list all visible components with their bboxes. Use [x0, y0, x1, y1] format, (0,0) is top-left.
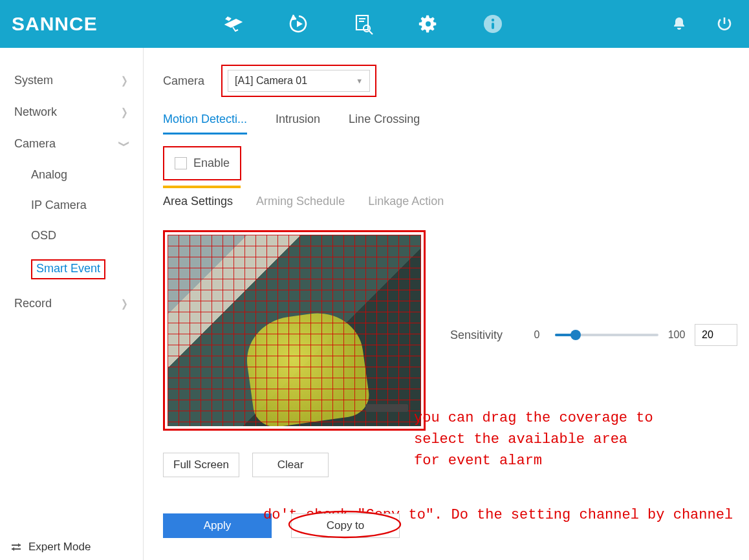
event-tabs: Motion Detecti... Intrusion Line Crossin… [163, 113, 749, 135]
sidebar-item-label: Analog [31, 168, 67, 181]
tab-linkage-action[interactable]: Linkage Action [368, 195, 444, 208]
sidebar-item-label: System [14, 74, 53, 87]
motion-area-canvas[interactable] [168, 235, 421, 426]
sidebar-item-label: IP Camera [31, 199, 87, 211]
button-label: Copy to [327, 519, 365, 532]
annotation-highlight: [A1] Camera 01 ▼ [221, 65, 376, 97]
tab-line-crossing[interactable]: Line Crossing [349, 113, 420, 135]
tab-label: Intrusion [276, 113, 320, 125]
settings-icon[interactable] [417, 12, 440, 36]
tab-area-settings[interactable]: Area Settings [163, 195, 233, 208]
content: Camera [A1] Camera 01 ▼ Motion Detecti..… [144, 48, 749, 560]
annotation-highlight: Smart Event [31, 259, 105, 279]
button-label: Full Screen [173, 458, 229, 471]
sub-tabs: Area Settings Arming Schedule Linkage Ac… [163, 195, 749, 208]
playback-icon[interactable] [287, 12, 310, 36]
brand-logo: SANNCE [12, 12, 109, 36]
svg-point-1 [364, 25, 370, 32]
search-file-icon[interactable] [352, 12, 375, 36]
svg-marker-6 [18, 543, 21, 547]
sensitivity-min: 0 [528, 329, 546, 341]
annotation-text: you can drag the coverage to select the … [414, 407, 660, 471]
topbar-right [668, 12, 736, 36]
button-label: Clear [277, 458, 304, 471]
annotation-highlight: Enable [163, 146, 241, 180]
video-osd-marker [365, 404, 408, 412]
sidebar-item-smart-event[interactable]: Smart Event [0, 251, 143, 288]
sidebar-item-label: Network [14, 105, 57, 119]
enable-checkbox[interactable] [175, 157, 187, 169]
chevron-right-icon: ❯ [121, 106, 127, 118]
copy-to-button[interactable]: Copy to [291, 513, 400, 538]
tab-label: Line Crossing [349, 113, 420, 125]
tab-intrusion[interactable]: Intrusion [276, 113, 320, 135]
tab-label: Motion Detecti... [163, 113, 247, 125]
annotation-highlight [163, 230, 426, 431]
sidebar-item-record[interactable]: Record ❯ [0, 288, 143, 319]
active-tab-underline [163, 186, 241, 188]
sensitivity-slider[interactable] [555, 333, 658, 337]
enable-label: Enable [193, 156, 230, 170]
sidebar: System ❯ Network ❯ Camera ❯ Analog IP Ca… [0, 48, 144, 560]
sidebar-item-label: Camera [14, 137, 56, 151]
svg-point-4 [492, 19, 494, 21]
sensitivity-input[interactable] [695, 324, 737, 346]
button-label: Apply [204, 519, 232, 532]
sensitivity-label: Sensitivity [450, 328, 508, 342]
chevron-down-icon: ❯ [118, 140, 131, 147]
topbar: SANNCE [0, 0, 749, 48]
sidebar-item-label: OSD [31, 229, 56, 242]
sidebar-item-system[interactable]: System ❯ [0, 65, 143, 96]
svg-rect-5 [492, 23, 494, 29]
svg-point-2 [426, 21, 431, 27]
tab-label: Linkage Action [368, 195, 444, 208]
camera-label: Camera [163, 74, 204, 88]
expert-mode-label: Expert Mode [28, 541, 91, 554]
motion-grid-overlay [168, 235, 421, 426]
tab-arming-schedule[interactable]: Arming Schedule [256, 195, 345, 208]
live-view-icon[interactable] [223, 12, 246, 36]
chevron-right-icon: ❯ [121, 74, 127, 87]
sidebar-item-ip-camera[interactable]: IP Camera [0, 190, 143, 221]
camera-select[interactable]: [A1] Camera 01 ▼ [228, 70, 370, 92]
sidebar-item-analog[interactable]: Analog [0, 160, 143, 190]
expert-mode-toggle[interactable]: Expert Mode [10, 541, 91, 554]
svg-marker-7 [12, 547, 14, 551]
tab-label: Arming Schedule [256, 195, 345, 208]
sensitivity-control: Sensitivity 0 100 [450, 239, 737, 431]
sidebar-item-label: Smart Event [36, 262, 100, 275]
sidebar-item-label: Record [14, 297, 52, 310]
full-screen-button[interactable]: Full Screen [163, 453, 239, 477]
expert-mode-icon [10, 541, 22, 553]
sidebar-item-network[interactable]: Network ❯ [0, 96, 143, 128]
clear-button[interactable]: Clear [252, 453, 329, 477]
alarm-bell-icon[interactable] [668, 12, 691, 36]
chevron-right-icon: ❯ [121, 297, 127, 310]
apply-button[interactable]: Apply [163, 513, 272, 538]
camera-select-value: [A1] Camera 01 [235, 75, 307, 87]
power-icon[interactable] [713, 12, 736, 36]
info-icon[interactable] [481, 12, 505, 36]
dropdown-triangle-icon: ▼ [356, 77, 363, 85]
tab-motion-detection[interactable]: Motion Detecti... [163, 113, 247, 135]
sidebar-item-camera[interactable]: Camera ❯ [0, 128, 143, 160]
sidebar-item-osd[interactable]: OSD [0, 221, 143, 251]
tab-label: Area Settings [163, 195, 233, 208]
topbar-nav [223, 12, 505, 36]
slider-thumb[interactable] [570, 330, 581, 340]
sensitivity-max: 100 [668, 329, 686, 341]
svg-text:SANNCE: SANNCE [12, 13, 98, 34]
